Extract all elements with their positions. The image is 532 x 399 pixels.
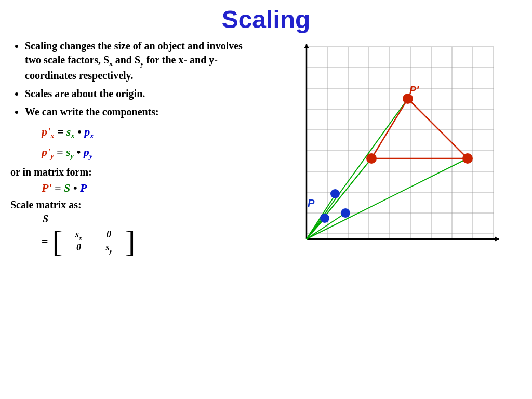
- svg-text:P': P': [409, 84, 419, 96]
- matrix-equals-row: = [ sx 0 0 sy ]: [42, 226, 136, 257]
- matrix-inner: sx 0 0 sy: [63, 227, 125, 257]
- matrix-brackets: [ sx 0 0 sy ]: [52, 226, 136, 257]
- bracket-left: [: [52, 226, 63, 257]
- svg-point-33: [320, 214, 329, 223]
- matrix-dot: •: [73, 181, 80, 194]
- bullet-list: Scaling changes the size of an object an…: [10, 39, 260, 119]
- svg-point-37: [366, 153, 377, 164]
- graph-svg: P' P: [270, 42, 509, 260]
- formula-1: p'x = sx • px: [42, 123, 260, 142]
- svg-text:P: P: [308, 197, 315, 209]
- matrix-cell-01: 0: [96, 229, 122, 242]
- graph-container: P' P: [270, 42, 509, 260]
- content-area: Scaling changes the size of an object an…: [10, 39, 522, 260]
- page: Scaling Scaling changes the size of an o…: [0, 0, 532, 399]
- matrix-p-prime: P': [42, 181, 52, 194]
- formulas: p'x = sx • px p'y = sy • py: [42, 123, 260, 163]
- matrix-cell-00: sx: [66, 229, 92, 242]
- right-panel: P' P: [265, 39, 522, 260]
- formula1-eq: =: [57, 125, 66, 138]
- formula2-lhs: p'y: [42, 145, 54, 158]
- matrix-section: or in matrix form: P' = S • P Scale matr…: [10, 166, 260, 257]
- formula2-sy: sy: [66, 145, 74, 158]
- bullet-2: Scales are about the origin.: [25, 87, 260, 101]
- svg-point-38: [462, 153, 473, 164]
- formula1-dot: •: [77, 125, 84, 138]
- or-line: or in matrix form:: [10, 166, 260, 178]
- page-title: Scaling: [10, 5, 522, 34]
- matrix-equals: =: [55, 181, 64, 194]
- matrix-s: S: [64, 181, 70, 194]
- svg-line-32: [408, 99, 468, 158]
- formula2-py: py: [84, 145, 92, 158]
- svg-point-35: [330, 189, 340, 198]
- bullet-3: We can write the components:: [25, 105, 260, 119]
- formula1-lhs: p'x: [42, 125, 54, 138]
- matrix-cell-11: sy: [96, 242, 122, 255]
- matrix-p: P: [80, 181, 87, 194]
- svg-point-34: [341, 208, 350, 218]
- formula1-sx: sx: [66, 125, 75, 138]
- matrix-display: S = [ sx 0 0 sy ]: [42, 213, 260, 257]
- scale-matrix-label: Scale matrix as:: [10, 199, 260, 211]
- formula2-dot: •: [76, 145, 83, 158]
- svg-marker-23: [304, 44, 309, 48]
- svg-line-28: [307, 158, 371, 239]
- matrix-s-var: S: [43, 213, 48, 225]
- svg-line-29: [307, 158, 468, 239]
- bracket-right: ]: [125, 226, 136, 257]
- formula-2: p'y = sy • py: [42, 143, 260, 162]
- matrix-cell-10: 0: [66, 242, 92, 255]
- matrix-eq-sign: =: [42, 235, 48, 248]
- formula1-px: px: [84, 125, 94, 138]
- svg-marker-22: [495, 236, 499, 242]
- matrix-form-line: P' = S • P: [42, 181, 260, 195]
- formula2-eq: =: [57, 145, 66, 158]
- left-panel: Scaling changes the size of an object an…: [10, 39, 265, 257]
- bullet-1: Scaling changes the size of an object an…: [25, 39, 260, 83]
